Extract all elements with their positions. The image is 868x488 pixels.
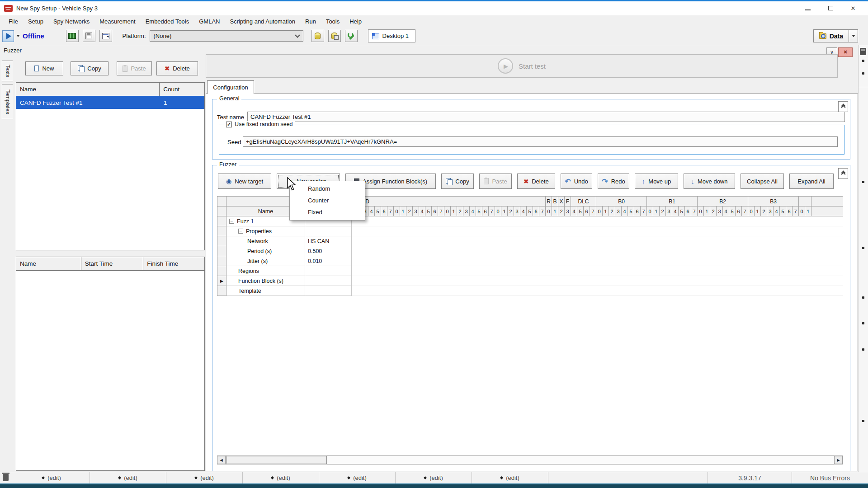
menu-item-spy-networks[interactable]: Spy Networks: [48, 17, 94, 26]
tree-name-cell[interactable]: Period (s): [226, 246, 305, 256]
value-cell[interactable]: [305, 276, 352, 286]
menu-item-run[interactable]: Run: [300, 17, 321, 26]
value-cell[interactable]: HS CAN: [305, 236, 352, 246]
menu-item-counter[interactable]: Counter: [290, 195, 365, 206]
fuzzer-collapse-button[interactable]: [838, 168, 848, 179]
fixed-seed-checkbox[interactable]: ✓: [226, 122, 232, 127]
panel-close-button[interactable]: ✕: [838, 47, 853, 57]
value-cell[interactable]: [305, 226, 352, 236]
collapse-all-button[interactable]: Collapse All: [741, 174, 784, 189]
delete-button[interactable]: Delete: [517, 174, 555, 189]
value-cell[interactable]: 0.010: [305, 256, 352, 266]
row-selector-cell[interactable]: [217, 256, 226, 266]
column-header-name[interactable]: Name: [16, 257, 81, 270]
run-dropdown-icon[interactable]: [16, 35, 20, 37]
move-up-button[interactable]: Move up: [635, 174, 678, 189]
row-selector-cell[interactable]: ▶: [217, 276, 226, 286]
maximize-button[interactable]: [827, 5, 834, 12]
paste-test-button[interactable]: Paste: [117, 61, 152, 75]
database-button[interactable]: [311, 30, 324, 42]
close-button[interactable]: ✕: [850, 5, 856, 12]
status-edit-cell[interactable]: (edit): [243, 472, 319, 483]
tree-row[interactable]: Regions: [217, 266, 843, 276]
status-edit-cell[interactable]: (edit): [14, 472, 90, 483]
value-cell[interactable]: [305, 286, 352, 296]
tree-name-cell[interactable]: Network: [226, 236, 305, 246]
tab-tests[interactable]: Tests: [2, 61, 13, 81]
column-header-finish-time[interactable]: Finish Time: [143, 257, 204, 270]
new-test-button[interactable]: New: [25, 61, 63, 75]
data-button[interactable]: Data: [813, 29, 849, 42]
row-selector-cell[interactable]: [217, 246, 226, 256]
scroll-right-icon[interactable]: ▶: [834, 456, 843, 464]
tab-templates[interactable]: Templates: [2, 84, 13, 119]
row-selector-cell[interactable]: [217, 286, 226, 296]
expander-minus-icon[interactable]: −: [229, 219, 234, 224]
tools-button[interactable]: [345, 30, 358, 42]
value-cell[interactable]: 0.500: [305, 246, 352, 256]
tab-configuration[interactable]: Configuration: [207, 80, 254, 94]
status-edit-cell[interactable]: (edit): [319, 472, 396, 483]
tree-row[interactable]: ▶Function Block (s): [217, 276, 843, 286]
menu-item-help[interactable]: Help: [344, 17, 367, 26]
new-target-button[interactable]: New target: [218, 174, 271, 189]
column-header-start-time[interactable]: Start Time: [81, 257, 144, 270]
value-cell[interactable]: [305, 266, 352, 276]
delete-test-button[interactable]: Delete: [156, 61, 198, 75]
row-selector-cell[interactable]: [217, 216, 226, 226]
database-save-button[interactable]: [328, 30, 341, 42]
menu-item-scripting-and-automation[interactable]: Scripting and Automation: [225, 17, 300, 26]
platform-select[interactable]: (None): [150, 30, 303, 42]
tree-row[interactable]: Period (s)0.500: [217, 246, 843, 256]
tree-row[interactable]: NetworkHS CAN: [217, 236, 843, 246]
menu-item-measurement[interactable]: Measurement: [94, 17, 140, 26]
horizontal-scrollbar[interactable]: ◀ ▶: [217, 455, 843, 465]
tree-row[interactable]: Jitter (s)0.010: [217, 256, 843, 266]
status-edit-cell[interactable]: (edit): [90, 472, 166, 483]
right-marker-strip[interactable]: [858, 45, 868, 472]
row-selector-cell[interactable]: [217, 236, 226, 246]
status-edit-cell[interactable]: (edit): [472, 472, 548, 483]
menu-item-fixed[interactable]: Fixed: [290, 206, 365, 218]
redo-button[interactable]: Redo: [598, 174, 629, 189]
undo-button[interactable]: Undo: [561, 174, 592, 189]
scroll-left-icon[interactable]: ◀: [217, 456, 226, 464]
expand-all-button[interactable]: Expand All: [789, 174, 834, 189]
tree-name-cell[interactable]: −Properties: [226, 226, 305, 236]
start-test-button[interactable]: Start test: [206, 54, 838, 78]
expander-minus-icon[interactable]: −: [238, 229, 243, 234]
tree-row[interactable]: −Properties: [217, 226, 843, 236]
menu-item-embedded-tools[interactable]: Embedded Tools: [141, 17, 194, 26]
general-collapse-button[interactable]: [838, 101, 848, 112]
menu-item-random[interactable]: Random: [290, 183, 365, 195]
save-button[interactable]: [83, 30, 95, 42]
menu-item-gmlan[interactable]: GMLAN: [194, 17, 225, 26]
move-down-button[interactable]: Move down: [684, 174, 735, 189]
status-edit-cell[interactable]: (edit): [396, 472, 472, 483]
scrollbar-thumb[interactable]: [226, 456, 327, 464]
column-header-name[interactable]: Name: [16, 83, 160, 96]
tree-name-cell[interactable]: Jitter (s): [226, 256, 305, 266]
test-name-input[interactable]: CANFD Fuzzer Test #1: [247, 112, 845, 122]
row-selector-cell[interactable]: [217, 226, 226, 236]
tree-name-cell[interactable]: Regions: [226, 266, 305, 276]
table-row[interactable]: CANFD Fuzzer Test #1 1: [16, 96, 204, 109]
run-button[interactable]: [2, 30, 14, 42]
panel-view-button[interactable]: [99, 30, 112, 42]
copy-button[interactable]: Copy: [441, 174, 474, 189]
tree-name-cell[interactable]: Template: [226, 286, 305, 296]
tree-row[interactable]: Template: [217, 286, 843, 296]
column-header-count[interactable]: Count: [160, 83, 204, 96]
paste-button[interactable]: Paste: [479, 174, 512, 189]
data-dropdown-button[interactable]: [849, 29, 858, 42]
menu-item-file[interactable]: File: [4, 17, 23, 26]
menu-item-tools[interactable]: Tools: [321, 17, 344, 26]
tab-desktop-1[interactable]: Desktop 1: [368, 29, 416, 42]
tree-name-cell[interactable]: Function Block (s): [226, 276, 305, 286]
seed-input[interactable]: +gEfisHuNagCLcyeXArH8spUWa91TJ+VAqeHr7kG…: [243, 136, 838, 147]
row-selector-cell[interactable]: [217, 266, 226, 276]
copy-test-button[interactable]: Copy: [71, 61, 108, 75]
minimize-button[interactable]: [805, 5, 811, 12]
menu-item-setup[interactable]: Setup: [23, 17, 48, 26]
status-edit-cell[interactable]: (edit): [166, 472, 243, 483]
